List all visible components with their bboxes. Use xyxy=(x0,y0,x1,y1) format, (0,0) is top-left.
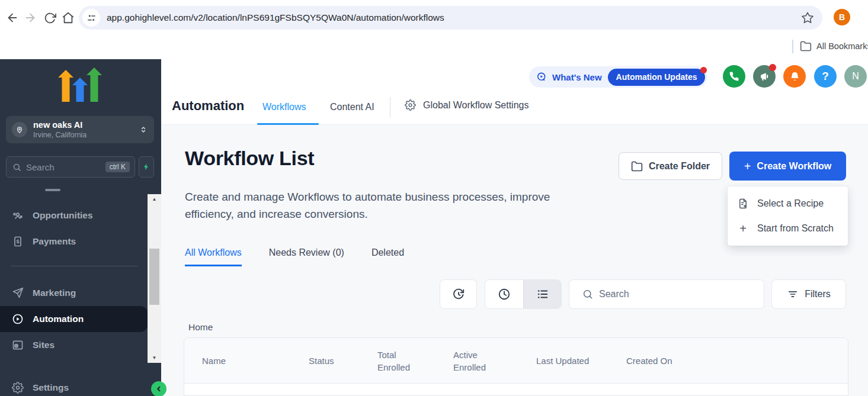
tab-needs-review[interactable]: Needs Review (0) xyxy=(269,247,344,266)
tab-content-ai[interactable]: Content AI xyxy=(330,102,374,112)
tab-workflows[interactable]: Workflows xyxy=(262,102,306,112)
sidebar-item-label: Sites xyxy=(33,340,55,350)
whats-new-label: What's New xyxy=(552,72,602,82)
all-bookmarks-button[interactable]: All Bookmarks xyxy=(800,38,868,54)
phone-icon xyxy=(729,71,739,82)
workflow-tabs: All Workflows Needs Review (0) Deleted xyxy=(185,247,404,266)
sidebar-item-label: Automation xyxy=(33,314,84,324)
create-workflow-menu: Select a Recipe + Start from Scratch xyxy=(728,186,848,246)
app-logo[interactable] xyxy=(58,67,102,103)
site-info-icon[interactable] xyxy=(82,9,100,27)
column-header-total-enrolled: Total Enrolled xyxy=(377,338,421,384)
history-icon xyxy=(452,288,465,301)
tab-deleted[interactable]: Deleted xyxy=(371,247,404,266)
workflow-search-input[interactable] xyxy=(599,289,764,300)
recipe-icon xyxy=(737,198,749,209)
filter-icon xyxy=(787,288,799,300)
notifications-button[interactable] xyxy=(783,65,806,88)
browser-back-button[interactable] xyxy=(5,10,20,25)
workflow-search[interactable] xyxy=(569,279,764,309)
scroll-up-button[interactable]: ▲ xyxy=(148,197,161,202)
user-avatar[interactable]: N xyxy=(844,65,867,88)
sidebar-item-label: Opportunities xyxy=(33,210,93,221)
folder-icon xyxy=(800,40,812,52)
create-workflow-button[interactable]: + Create Workflow xyxy=(729,152,846,181)
global-workflow-settings-button[interactable]: Global Workflow Settings xyxy=(405,99,529,111)
location-switcher[interactable]: new oaks AI Irvine, California xyxy=(6,116,154,143)
megaphone-icon xyxy=(759,71,770,82)
folder-icon xyxy=(631,160,643,172)
announcements-button[interactable] xyxy=(753,65,776,88)
phone-button[interactable] xyxy=(723,65,745,88)
scroll-down-button[interactable]: ▼ xyxy=(148,355,161,360)
help-glyph: ? xyxy=(822,70,829,83)
breadcrumb-home[interactable]: Home xyxy=(188,322,213,333)
sidebar-item-opportunities[interactable]: Opportunities xyxy=(0,202,148,228)
table-header-row: Name Status Total Enrolled Active Enroll… xyxy=(184,338,848,384)
enrollment-history-button[interactable] xyxy=(440,279,477,309)
sidebar-search-input[interactable] xyxy=(26,162,105,172)
filters-button[interactable]: Filters xyxy=(771,279,846,309)
page-title: Automation xyxy=(172,98,244,114)
column-header-active-enrolled: Active Enrolled xyxy=(453,338,497,384)
workflow-list-heading: Workflow List xyxy=(185,147,314,170)
tab-all-workflows[interactable]: All Workflows xyxy=(185,247,242,266)
browser-reload-button[interactable] xyxy=(42,10,57,25)
menu-item-partial xyxy=(45,189,60,191)
scroll-thumb[interactable] xyxy=(149,249,159,305)
chevron-left-icon xyxy=(155,385,163,393)
plus-icon: + xyxy=(744,160,751,172)
filters-label: Filters xyxy=(805,289,831,300)
all-bookmarks-label: All Bookmarks xyxy=(816,41,868,51)
sidebar: new oaks AI Irvine, California ctrl K Op… xyxy=(0,59,161,396)
url-text: app.gohighlevel.com/v2/location/lnPS691g… xyxy=(107,12,801,23)
browser-profile-avatar[interactable]: B xyxy=(834,9,850,25)
home-icon xyxy=(62,11,75,24)
sidebar-item-label: Payments xyxy=(33,236,76,247)
list-view-button[interactable] xyxy=(523,280,561,308)
location-city: Irvine, California xyxy=(33,131,139,139)
help-button[interactable]: ? xyxy=(814,65,837,88)
time-view-button[interactable] xyxy=(485,280,523,308)
sidebar-item-settings[interactable]: Settings xyxy=(0,375,148,396)
svg-text:$: $ xyxy=(16,239,19,244)
sites-icon xyxy=(12,339,25,351)
global-workflow-settings-label: Global Workflow Settings xyxy=(423,100,529,111)
url-bar[interactable]: app.gohighlevel.com/v2/location/lnPS691g… xyxy=(79,6,822,30)
gear-icon xyxy=(405,99,416,111)
sidebar-scrollbar[interactable]: ▲ ▼ xyxy=(148,194,161,363)
workflow-table: Name Status Total Enrolled Active Enroll… xyxy=(184,337,848,396)
quick-actions-button[interactable] xyxy=(139,156,154,178)
column-header-created-on: Created On xyxy=(626,338,672,384)
create-folder-button[interactable]: Create Folder xyxy=(619,152,722,180)
screen: app.gohighlevel.com/v2/location/lnPS691g… xyxy=(0,0,868,396)
bookmarks-separator xyxy=(792,40,793,53)
sidebar-item-label: Marketing xyxy=(33,288,76,298)
menu-item-start-scratch[interactable]: + Start from Scratch xyxy=(728,216,848,241)
automation-updates-badge[interactable]: Automation Updates xyxy=(608,69,706,86)
lightning-icon xyxy=(142,162,150,172)
browser-menu-kebab-icon[interactable]: ⋮ xyxy=(864,11,868,24)
create-workflow-label: Create Workflow xyxy=(757,161,831,172)
header-divider xyxy=(390,97,390,117)
browser-home-button[interactable] xyxy=(60,10,76,25)
avatar-initial: N xyxy=(852,71,859,82)
shortcut-badge: ctrl K xyxy=(105,162,130,172)
location-name: new oaks AI xyxy=(33,120,139,130)
sidebar-search[interactable]: ctrl K xyxy=(6,156,135,178)
gear-icon xyxy=(12,382,25,394)
sidebar-item-sites[interactable]: Sites xyxy=(0,332,148,358)
view-toggle-group xyxy=(485,279,562,309)
sidebar-item-automation[interactable]: Automation xyxy=(0,306,148,332)
sidebar-item-payments[interactable]: $ Payments xyxy=(0,228,148,255)
column-header-name: Name xyxy=(202,338,226,384)
bell-icon xyxy=(789,71,800,82)
back-icon xyxy=(6,11,19,24)
sidebar-item-marketing[interactable]: Marketing xyxy=(0,280,148,306)
sidebar-collapse-button[interactable] xyxy=(151,381,166,396)
opportunities-icon xyxy=(12,210,25,221)
browser-forward-button[interactable] xyxy=(23,10,38,25)
whats-new-button[interactable]: What's New Automation Updates xyxy=(529,66,707,88)
bookmark-star-icon[interactable] xyxy=(801,11,814,24)
menu-item-select-recipe[interactable]: Select a Recipe xyxy=(728,191,848,216)
